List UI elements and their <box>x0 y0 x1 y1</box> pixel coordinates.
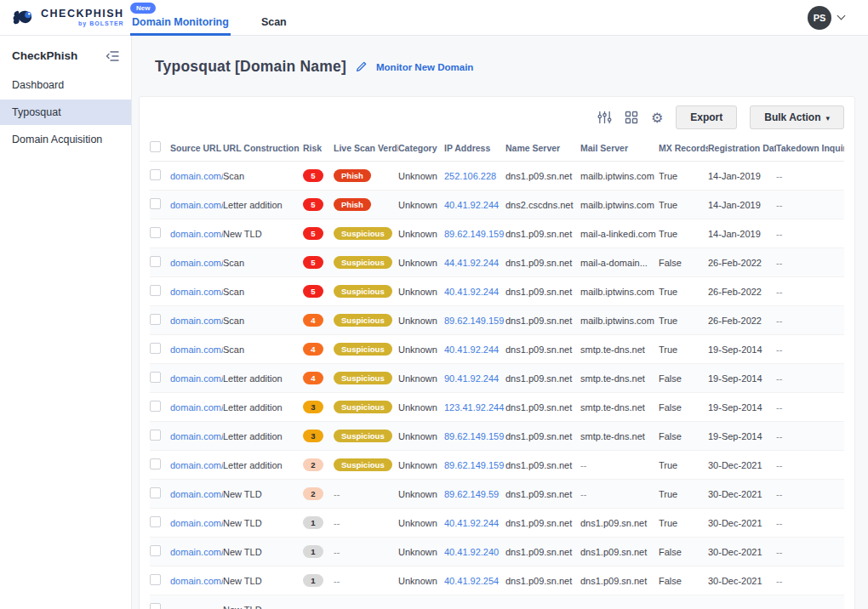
ip-address-link[interactable]: 252.106.228 <box>444 171 496 181</box>
source-url-link[interactable]: domain.com/ <box>170 518 223 528</box>
source-url-link[interactable]: domain.com/ <box>170 200 223 210</box>
tab-domain-monitoring[interactable]: New Domain Monitoring <box>130 16 231 36</box>
ip-address-link[interactable]: 40.41.92.244 <box>444 287 499 297</box>
source-url-link[interactable]: domain.com/ <box>170 287 223 297</box>
source-url-link[interactable]: domain.com/ <box>170 171 223 181</box>
filter-sliders-icon[interactable] <box>597 111 612 124</box>
ip-address-link[interactable]: 89.62.149.159 <box>444 316 504 326</box>
ip-address-link[interactable]: 40.41.92.244 <box>444 344 499 355</box>
ip-address-link[interactable]: 123.41.92.244 <box>444 402 504 413</box>
sidebar-item-typosquat[interactable]: Typosquat <box>0 100 131 125</box>
row-checkbox[interactable] <box>150 256 161 267</box>
source-url-link[interactable]: domain.com/ <box>170 258 223 268</box>
risk-badge: 1 <box>303 545 323 559</box>
live-scan-verdict-cell: Phish <box>334 169 398 183</box>
name-server-cell: dns1.p09.sn.net <box>505 576 580 586</box>
source-url-link[interactable]: domain.com/ <box>170 316 223 326</box>
select-all-checkbox[interactable] <box>150 141 161 152</box>
source-url-link[interactable]: domain.com/ <box>170 344 223 355</box>
mx-records-cell: False <box>659 547 708 557</box>
risk-cell: 1 <box>303 516 334 530</box>
name-server-cell: dns1.p09.sn.net <box>505 287 580 297</box>
source-url-link[interactable]: domain.com/ <box>170 402 223 413</box>
sidebar-item-dashboard[interactable]: Dashboard <box>0 72 131 98</box>
source-url-link[interactable]: domain.com/ <box>170 229 223 239</box>
mail-server-cell: dns1.p09.sn.net <box>580 547 659 557</box>
suspicious-verdict-badge: Suspicious <box>334 314 392 327</box>
source-url-link[interactable]: domain.com/ <box>170 373 223 384</box>
collapse-sidebar-icon[interactable] <box>106 50 119 62</box>
source-url-cell: domain.com/ <box>170 373 223 384</box>
row-checkbox[interactable] <box>150 516 161 527</box>
ip-address-link[interactable]: 40.41.92.244 <box>444 200 499 210</box>
row-checkbox[interactable] <box>150 574 161 585</box>
user-menu[interactable]: PS <box>808 6 844 30</box>
ip-address-link[interactable]: 40.41.92.244 <box>444 518 499 528</box>
row-checkbox[interactable] <box>150 198 161 209</box>
ip-address-link[interactable]: 89.62.149.59 <box>444 489 499 499</box>
category-cell: Unknown <box>398 316 444 326</box>
url-construction-cell: New TLD <box>223 547 303 557</box>
registration-date-cell: 26-Feb-2022 <box>708 316 776 326</box>
row-checkbox[interactable] <box>150 227 161 238</box>
row-checkbox[interactable] <box>150 545 161 556</box>
takedown-inquiry-cell: -- <box>776 373 844 384</box>
row-checkbox[interactable] <box>150 458 161 470</box>
risk-badge: 1 <box>303 574 323 588</box>
row-checkbox[interactable] <box>150 487 161 498</box>
ip-address-link[interactable]: 89.62.149.159 <box>444 431 504 441</box>
registration-date-cell: 26-Feb-2022 <box>708 258 776 268</box>
ip-address-link[interactable]: 44.41.92.244 <box>444 258 499 268</box>
row-checkbox[interactable] <box>150 401 161 412</box>
grid-view-icon[interactable] <box>625 111 638 124</box>
name-server-cell: dns1.p09.sn.net <box>505 402 580 413</box>
row-checkbox[interactable] <box>150 343 161 354</box>
export-button[interactable]: Export <box>676 105 737 129</box>
ip-address-link[interactable]: 89.62.149.159 <box>444 460 504 470</box>
typosquat-table-card: ⚙ Export Bulk Action▾ Source URLURL Cons… <box>139 96 855 609</box>
ip-address-link[interactable]: 90.41.92.244 <box>444 373 499 384</box>
row-checkbox[interactable] <box>150 314 161 325</box>
mx-records-cell: True <box>659 518 708 528</box>
ip-address-cell: 40.41.92.244 <box>444 200 505 210</box>
mx-records-cell: True <box>659 287 708 297</box>
row-checkbox[interactable] <box>150 430 161 441</box>
live-scan-verdict-cell: Suspicious <box>334 343 398 356</box>
monitor-new-domain-link[interactable]: Monitor New Domain <box>376 62 473 72</box>
url-construction-cell: Scan <box>223 171 303 181</box>
category-cell: Unknown <box>398 200 444 210</box>
source-url-link[interactable]: domain.com/ <box>170 576 223 586</box>
category-cell: Unknown <box>398 373 444 384</box>
name-server-cell: dns1.p09.sn.net <box>505 518 580 528</box>
ip-address-cell: 89.62.149.159 <box>444 460 505 470</box>
ip-address-link[interactable]: 89.62.149.159 <box>444 229 504 239</box>
source-url-link[interactable]: domain.com/ <box>170 431 223 441</box>
table-row: domain.com/Letter addition5PhishUnknown4… <box>150 191 844 219</box>
url-construction-cell: Scan <box>223 344 303 355</box>
settings-gear-icon[interactable]: ⚙ <box>651 110 663 126</box>
ip-address-cell: 40.41.92.244 <box>444 287 505 297</box>
avatar[interactable]: PS <box>808 6 831 30</box>
table-row: domain.com/Letter addition2SuspiciousUnk… <box>150 451 844 480</box>
name-server-cell: dns2.cscdns.net <box>505 200 580 210</box>
source-url-link[interactable]: domain.com/ <box>170 547 223 557</box>
row-checkbox[interactable] <box>150 285 161 296</box>
url-construction-cell: New TLD <box>223 576 303 586</box>
edit-domain-pencil-icon[interactable] <box>355 60 368 73</box>
row-checkbox[interactable] <box>150 603 161 609</box>
risk-cell: 3 <box>303 401 334 414</box>
mail-server-cell: mailb.iptwins.com <box>580 171 659 181</box>
tab-scan[interactable]: Scan <box>260 16 288 36</box>
row-checkbox-cell <box>150 314 170 327</box>
ip-address-link[interactable]: 40.41.92.254 <box>444 576 499 586</box>
name-server-cell: dns1.p09.sn.net <box>505 344 580 355</box>
source-url-link[interactable]: domain.com/ <box>170 460 223 470</box>
category-cell: Unknown <box>398 171 444 181</box>
source-url-link[interactable]: domain.com/ <box>170 489 223 499</box>
row-checkbox[interactable] <box>150 169 161 180</box>
bulk-action-button[interactable]: Bulk Action▾ <box>750 105 844 129</box>
ip-address-link[interactable]: 40.41.92.240 <box>444 547 499 557</box>
risk-cell: 5 <box>303 169 334 183</box>
row-checkbox[interactable] <box>150 372 161 383</box>
sidebar-item-domain-acquisition[interactable]: Domain Acquisition <box>0 127 131 152</box>
